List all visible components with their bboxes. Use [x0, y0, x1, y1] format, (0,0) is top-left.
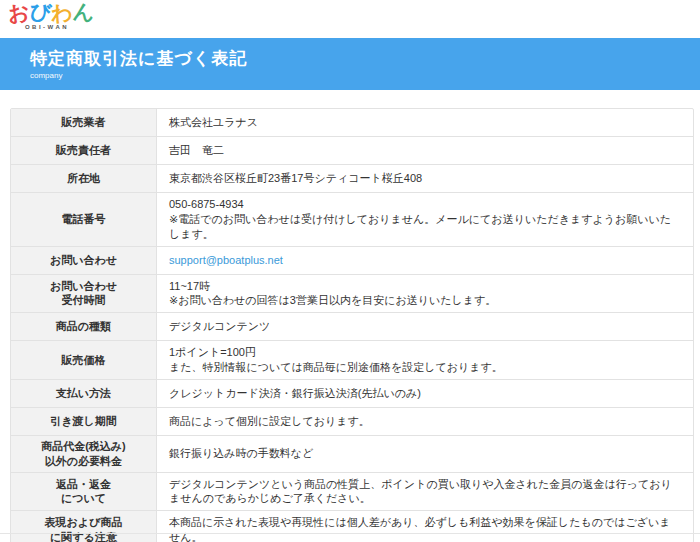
logo-character: わ	[50, 1, 73, 23]
table-row: 表現および商品に関する注意本商品に示された表現や再現性には個人差があり、必ずしも…	[11, 511, 693, 542]
table-row: お問い合わせsupport@pboatplus.net	[11, 247, 693, 275]
commercial-transaction-table: 販売業者株式会社ユラナス販売責任者吉田 竜二所在地東京都渋谷区桜丘町23番17号…	[10, 108, 694, 542]
table-row: 販売業者株式会社ユラナス	[11, 109, 693, 137]
site-logo[interactable]: おびわん OBI-WAN	[8, 2, 86, 30]
row-label-line: 販売責任者	[56, 143, 111, 158]
row-label-line: 電話番号	[62, 212, 106, 227]
row-label-line: 商品の種類	[56, 319, 111, 334]
row-value-line: デジタルコンテンツ	[169, 319, 681, 334]
footer-divider	[0, 533, 700, 534]
row-value: デジタルコンテンツ	[157, 313, 693, 340]
row-value: 商品によって個別に設定しております。	[157, 408, 693, 435]
row-value-line: 本商品に示された表現や再現性には個人差があり、必ずしも利益や効果を保証したもので…	[169, 515, 681, 542]
row-value-line: ※電話でのお問い合わせは受け付けしておりません。メールにてお送りいただきますよう…	[169, 212, 681, 242]
row-value: 吉田 竜二	[157, 137, 693, 164]
row-label-line: 表現および商品	[45, 515, 123, 530]
row-value-line: 11~17時	[169, 279, 681, 294]
row-value-line: 1ポイント=100円	[169, 345, 681, 360]
row-value-line: クレジットカード決済・銀行振込決済(先払いのみ)	[169, 386, 681, 401]
row-label: 支払い方法	[11, 380, 157, 407]
row-value-line: また、特別情報については商品毎に別途価格を設定しております。	[169, 360, 681, 375]
row-label: 商品代金(税込み)以外の必要料金	[11, 436, 157, 472]
row-label: 販売価格	[11, 341, 157, 379]
table-row: 返品・返金についてデジタルコンテンツという商品の性質上、ポイントの買い取りや入金…	[11, 473, 693, 512]
row-value-line: 050-6875-4934	[169, 197, 681, 212]
row-label-line: お問い合わせ	[50, 253, 117, 268]
row-value: 東京都渋谷区桜丘町23番17号シティコート桜丘408	[157, 165, 693, 192]
row-label: お問い合わせ	[11, 247, 157, 274]
row-label-line: 以外の必要料金	[45, 454, 122, 469]
row-value-line: ※お問い合わせの回答は3営業日以内を目安にお送りいたします。	[169, 293, 681, 308]
row-label: 商品の種類	[11, 313, 157, 340]
row-value-line: 銀行振り込み時の手数料など	[169, 446, 681, 461]
row-label-line: 返品・返金	[56, 477, 111, 492]
row-label: 表現および商品に関する注意	[11, 511, 157, 542]
row-label: 販売責任者	[11, 137, 157, 164]
row-label-line: 商品代金(税込み)	[41, 439, 126, 454]
page-header: 特定商取引法に基づく表記 company	[0, 38, 700, 90]
page-title: 特定商取引法に基づく表記	[30, 47, 700, 70]
row-label: 販売業者	[11, 109, 157, 136]
row-value: 1ポイント=100円また、特別情報については商品毎に別途価格を設定しております。	[157, 341, 693, 379]
row-value: クレジットカード決済・銀行振込決済(先払いのみ)	[157, 380, 693, 407]
row-label-line: に関する注意	[50, 530, 117, 542]
row-value-line: 株式会社ユラナス	[169, 115, 681, 130]
row-label-line: 所在地	[67, 171, 100, 186]
logo-character: ん	[72, 0, 95, 23]
row-label: 返品・返金について	[11, 473, 157, 511]
page-subtitle: company	[30, 71, 700, 80]
table-row: 電話番号050-6875-4934※電話でのお問い合わせは受け付けしておりません…	[11, 193, 693, 247]
row-value-line: 吉田 竜二	[169, 143, 681, 158]
row-value: 本商品に示された表現や再現性には個人差があり、必ずしも利益や効果を保証したもので…	[157, 511, 693, 542]
logo-character: び	[29, 0, 52, 22]
row-value-line: デジタルコンテンツという商品の性質上、ポイントの買い取りや入金された金員の返金は…	[169, 477, 681, 507]
table-row: 支払い方法クレジットカード決済・銀行振込決済(先払いのみ)	[11, 380, 693, 408]
row-label-line: 販売価格	[62, 353, 106, 368]
row-label-line: 引き渡し期間	[50, 414, 117, 429]
row-label: お問い合わせ受付時間	[11, 275, 157, 313]
row-value: 銀行振り込み時の手数料など	[157, 436, 693, 472]
row-value-line: 東京都渋谷区桜丘町23番17号シティコート桜丘408	[169, 171, 681, 186]
logo-character: お	[7, 1, 31, 24]
row-label-line: について	[61, 491, 106, 506]
row-label-line: 販売業者	[62, 115, 106, 130]
table-row: 所在地東京都渋谷区桜丘町23番17号シティコート桜丘408	[11, 165, 693, 193]
logo-subtext: OBI-WAN	[8, 24, 86, 30]
row-value-line: 商品によって個別に設定しております。	[169, 414, 681, 429]
table-row: お問い合わせ受付時間11~17時※お問い合わせの回答は3営業日以内を目安にお送り…	[11, 275, 693, 314]
row-value: 11~17時※お問い合わせの回答は3営業日以内を目安にお送りいたします。	[157, 275, 693, 313]
row-label-line: お問い合わせ	[50, 279, 117, 294]
row-label-line: 受付時間	[62, 293, 106, 308]
logo-text: おびわん	[8, 2, 86, 23]
table-row: 商品代金(税込み)以外の必要料金銀行振り込み時の手数料など	[11, 436, 693, 473]
row-value: support@pboatplus.net	[157, 247, 693, 274]
contact-email-link[interactable]: support@pboatplus.net	[169, 253, 681, 268]
table-row: 引き渡し期間商品によって個別に設定しております。	[11, 408, 693, 436]
table-row: 販売価格1ポイント=100円また、特別情報については商品毎に別途価格を設定してお…	[11, 341, 693, 380]
row-label: 所在地	[11, 165, 157, 192]
table-row: 商品の種類デジタルコンテンツ	[11, 313, 693, 341]
row-value: 050-6875-4934※電話でのお問い合わせは受け付けしておりません。メール…	[157, 193, 693, 246]
row-value: 株式会社ユラナス	[157, 109, 693, 136]
row-label: 電話番号	[11, 193, 157, 246]
row-label: 引き渡し期間	[11, 408, 157, 435]
row-label-line: 支払い方法	[56, 386, 111, 401]
row-value: デジタルコンテンツという商品の性質上、ポイントの買い取りや入金された金員の返金は…	[157, 473, 693, 511]
table-row: 販売責任者吉田 竜二	[11, 137, 693, 165]
